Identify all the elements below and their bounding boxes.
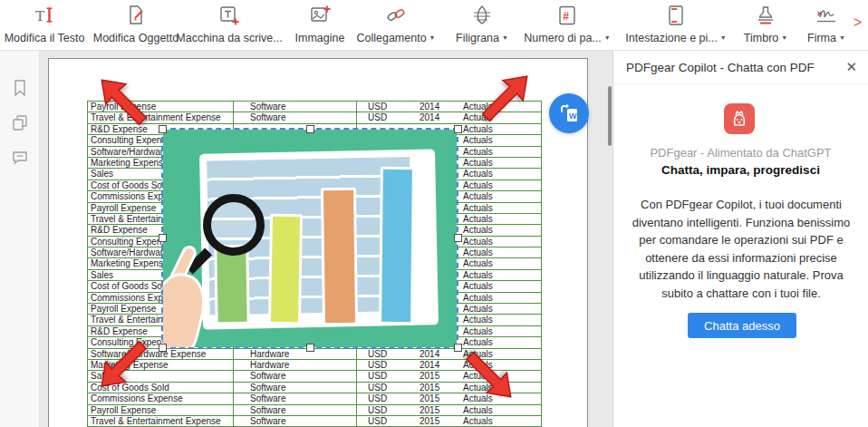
cell-status: Actuals [463, 281, 493, 292]
resize-handle-e[interactable] [454, 234, 462, 242]
blue-bar [379, 167, 415, 325]
chevron-down-icon: ▼ [839, 34, 845, 41]
cell-year: 2014 [420, 360, 439, 371]
cell-name: Consulting Expense [91, 135, 171, 146]
cell-year: 2015 [420, 371, 439, 382]
page-number-icon: # [511, 4, 623, 27]
cell-name: Payroll Expense [91, 405, 156, 416]
cell-currency: USD [368, 102, 387, 112]
cell-currency: USD [368, 112, 387, 123]
cell-year: 2015 [420, 405, 439, 416]
cell-status: Actuals [463, 225, 493, 236]
cell-currency: USD [368, 393, 387, 404]
magnifying-glass-icon [203, 194, 265, 256]
resize-handle-s[interactable] [306, 344, 314, 352]
orange-bar [321, 188, 358, 326]
selected-image-bar-chart-clipart[interactable] [163, 130, 457, 347]
cell-year: 2015 [420, 393, 439, 404]
resize-handle-sw[interactable] [159, 344, 167, 352]
toolbar-label: Filigrana [456, 32, 499, 44]
chevron-down-icon: ▼ [502, 34, 508, 41]
brand-line: PDFgear - Alimentato da ChatGPT [613, 146, 868, 160]
copilot-panel: PDFgear Copilot - Chatta con PDF ✕ PDFge… [612, 51, 868, 427]
cell-category: Software [250, 393, 285, 404]
toolbar-overflow-chevron[interactable]: > [854, 15, 862, 31]
cell-currency: USD [368, 416, 387, 427]
cell-name: R&D Expense [91, 225, 148, 236]
cell-status: Actuals [463, 405, 493, 416]
cell-year: 2014 [420, 112, 439, 123]
close-icon[interactable]: ✕ [845, 59, 857, 75]
table-row: Travel & Entertainment ExpenseSoftwareUS… [88, 416, 541, 427]
yellow-bar [268, 214, 303, 325]
copilot-robot-icon [724, 103, 755, 134]
toolbar-page-number[interactable]: # Numero di pa...▼ [511, 4, 623, 45]
cell-category: Software [250, 383, 285, 393]
cell-name: Sales [91, 169, 113, 180]
cell-status: Actuals [463, 247, 493, 258]
cell-year: 2015 [420, 383, 439, 393]
cell-status: Actuals [463, 214, 493, 225]
tick-mark [416, 190, 428, 193]
cell-status: Actuals [463, 416, 493, 427]
cell-status: Actuals [463, 135, 493, 146]
tick-mark [418, 277, 429, 280]
cell-category: Software [250, 405, 285, 416]
cell-category: Software [250, 112, 285, 123]
pdfgear-app-window: T Modifica il Testo Modifica Oggetto Mac… [0, 0, 868, 427]
cell-name: Sales [91, 270, 113, 281]
panel-body-text: Con PDFgear Copilot, i tuoi documenti di… [627, 196, 855, 302]
viewer-scrollbar-thumb[interactable] [608, 86, 612, 146]
cell-status: Actuals [463, 169, 493, 180]
comment-icon[interactable] [10, 147, 30, 167]
chat-now-button[interactable]: Chatta adesso [688, 313, 796, 338]
cell-year: 2014 [420, 102, 439, 112]
svg-text:T: T [35, 7, 45, 24]
panel-title: PDFgear Copilot - Chatta con PDF [626, 61, 815, 74]
tick-mark [417, 219, 429, 222]
cell-status: Actuals [463, 191, 493, 202]
toolbar-label: Modifica Oggetto [93, 32, 179, 44]
cell-status: Actuals [463, 203, 493, 214]
red-arrow-down-left [100, 335, 152, 388]
resize-handle-ne[interactable] [454, 125, 462, 133]
red-arrow-down-right [460, 346, 513, 399]
cell-name: Commissions Expense [91, 393, 183, 404]
copilot-panel-header: PDFgear Copilot - Chatta con PDF ✕ [613, 51, 868, 84]
resize-handle-w[interactable] [159, 234, 167, 242]
toolbar-label: Intestazione e pi... [625, 32, 717, 44]
tick-mark [419, 305, 430, 307]
cell-currency: USD [368, 349, 387, 360]
cell-name: Cost of Goods Sold [91, 281, 169, 292]
cell-category: Software [250, 416, 285, 427]
cell-status: Actuals [463, 180, 493, 191]
cell-status: Actuals [463, 237, 493, 247]
cell-name: Marketing Expense [91, 258, 169, 269]
resize-handle-nw[interactable] [159, 125, 167, 133]
tick-mark [417, 248, 429, 251]
red-arrow-up-left [100, 78, 152, 131]
cell-category: Hardware [250, 349, 289, 360]
toolbar-label: Collegamento [356, 32, 426, 44]
cell-status: Actuals [463, 293, 493, 304]
pages-icon[interactable] [10, 112, 30, 132]
cell-status: Actuals [463, 147, 493, 158]
left-sidebar [0, 51, 40, 427]
table-row: Travel & Entertainment ExpenseSoftwareUS… [88, 112, 541, 123]
cell-name: Payroll Expense [91, 203, 156, 214]
cell-currency: USD [368, 383, 387, 393]
resize-handle-n[interactable] [306, 125, 314, 133]
toolbar-label: Immagine [295, 32, 345, 44]
red-arrow-up-right [477, 74, 529, 127]
cell-status: Actuals [463, 326, 493, 337]
cell-status: Actuals [463, 315, 493, 325]
cell-year: 2015 [420, 416, 439, 427]
toolbar-label: Firma [807, 32, 836, 44]
cell-status: Actuals [463, 270, 493, 281]
bookmark-icon[interactable] [10, 78, 30, 98]
convert-to-word-button[interactable]: W [549, 93, 589, 133]
cell-currency: USD [368, 360, 387, 371]
table-row: Payroll ExpenseSoftwareUSD2014Actuals [88, 102, 541, 112]
cell-name: Cost of Goods Sold [91, 180, 169, 191]
cell-currency: USD [368, 371, 387, 382]
